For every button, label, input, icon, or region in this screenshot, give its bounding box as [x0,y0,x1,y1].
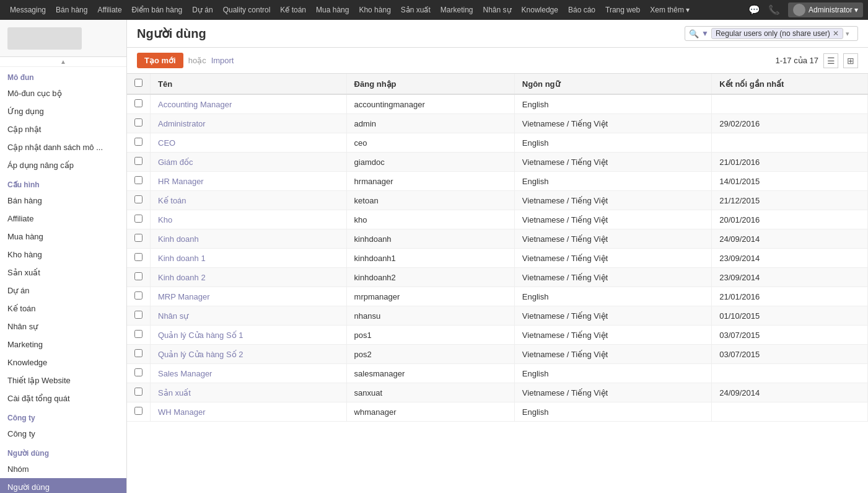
table-row[interactable]: Kho kho Vietnamese / Tiếng Việt 20/01/20… [127,210,868,229]
sidebar-item-affiliate[interactable]: Affiliate [0,210,126,228]
table-row[interactable]: Kế toán ketoan Vietnamese / Tiếng Việt 2… [127,191,868,210]
nav-bao-cao[interactable]: Báo cáo [563,0,600,20]
nav-kho-hang[interactable]: Kho hàng [354,0,395,20]
table-row[interactable]: Quản lý Cửa hàng Số 1 pos1 Vietnamese / … [127,326,868,345]
list-view-button[interactable]: ☰ [823,53,838,68]
nav-marketing[interactable]: Marketing [436,0,478,20]
nav-messaging[interactable]: Messaging [5,0,51,20]
row-name[interactable]: Kinh doanh [151,229,347,249]
nav-mua-hang[interactable]: Mua hàng [311,0,354,20]
row-checkbox[interactable] [127,383,151,402]
sidebar-item-du-an[interactable]: Dự án [0,282,126,300]
row-name[interactable]: Kinh doanh 1 [151,249,347,268]
row-checkbox[interactable] [127,94,151,114]
row-checkbox[interactable] [127,210,151,229]
row-login: kinhdoanh [346,229,514,249]
sidebar-item-ban-hang[interactable]: Bán hàng [0,192,126,210]
filter-tag[interactable]: Regular users only (no share user) ✕ [711,28,843,39]
row-checkbox[interactable] [127,268,151,287]
table-row[interactable]: Nhân sự nhansu Vietnamese / Tiếng Việt 0… [127,306,868,326]
row-name[interactable]: HR Manager [151,172,347,191]
row-name[interactable]: MRP Manager [151,287,347,306]
row-name[interactable]: Accounting Manager [151,94,347,114]
row-checkbox[interactable] [127,287,151,306]
sidebar-item-nhan-su[interactable]: Nhân sự [0,318,126,335]
sidebar-item-san-xuat[interactable]: Sản xuất [0,264,126,282]
row-checkbox[interactable] [127,326,151,345]
nav-xem-them[interactable]: Xem thêm ▾ [645,0,695,20]
sidebar-item-cong-ty[interactable]: Công ty [0,425,126,443]
nav-ke-toan[interactable]: Kế toán [275,0,311,20]
sidebar-item-ap-dung[interactable]: Áp dụng nâng cấp [0,156,126,174]
table-row[interactable]: Administrator admin Vietnamese / Tiếng V… [127,114,868,133]
sidebar-item-nguoi-dung[interactable]: Người dùng [0,478,126,493]
admin-menu[interactable]: Administrator ▾ [788,2,863,17]
nav-san-xuat[interactable]: Sản xuất [396,0,436,20]
row-checkbox[interactable] [127,345,151,364]
sidebar-item-nhom[interactable]: Nhóm [0,460,126,478]
table-row[interactable]: HR Manager hrmanager English 14/01/2015 [127,172,868,191]
sidebar-item-cai-dat[interactable]: Cài đặt tổng quát [0,389,126,407]
row-checkbox[interactable] [127,172,151,191]
kanban-view-button[interactable]: ⊞ [843,53,858,68]
table-row[interactable]: MRP Manager mrpmanager English 21/01/201… [127,287,868,306]
select-all-checkbox[interactable] [134,79,142,87]
chat-icon[interactable]: 💬 [746,1,763,19]
row-checkbox[interactable] [127,229,151,249]
table-row[interactable]: Giám đốc giamdoc Vietnamese / Tiếng Việt… [127,153,868,172]
create-button[interactable]: Tạo mới [137,53,183,68]
table-row[interactable]: Accounting Manager accountingmanager Eng… [127,94,868,114]
sidebar-item-cap-nhat[interactable]: Cập nhật [0,120,126,138]
row-name[interactable]: Nhân sự [151,306,347,326]
filter-tag-close-icon[interactable]: ✕ [833,29,839,38]
row-checkbox[interactable] [127,133,151,153]
row-name[interactable]: Sales Manager [151,364,347,383]
row-checkbox[interactable] [127,153,151,172]
search-dropdown-icon[interactable]: ▾ [846,30,849,38]
sidebar-item-cap-nhat-ds[interactable]: Cập nhật danh sách mô ... [0,138,126,156]
row-name[interactable]: Administrator [151,114,347,133]
table-row[interactable]: Sales Manager salesmanager English [127,364,868,383]
row-name[interactable]: Sản xuất [151,383,347,402]
phone-icon[interactable]: 📞 [766,1,783,19]
import-button[interactable]: Import [211,56,234,65]
nav-diem-ban-hang[interactable]: Điểm bán hàng [127,0,188,20]
table-row[interactable]: Quản lý Cửa hàng Số 2 pos2 Vietnamese / … [127,345,868,364]
nav-affiliate[interactable]: Affiliate [92,0,126,20]
nav-ban-hang[interactable]: Bán hàng [51,0,92,20]
row-checkbox[interactable] [127,114,151,133]
sidebar-item-mua-hang[interactable]: Mua hàng [0,228,126,246]
nav-nhan-su[interactable]: Nhân sự [478,0,517,20]
table-row[interactable]: Kinh doanh 1 kinhdoanh1 Vietnamese / Tiế… [127,249,868,268]
sidebar-item-ung-dung[interactable]: Ứng dụng [0,102,126,120]
row-name[interactable]: Kinh doanh 2 [151,268,347,287]
sidebar-item-thiet-lap-website[interactable]: Thiết lập Website [0,371,126,389]
row-name[interactable]: Quản lý Cửa hàng Số 1 [151,326,347,345]
table-row[interactable]: CEO ceo English [127,133,868,153]
row-checkbox[interactable] [127,402,151,422]
search-filter-bar[interactable]: 🔍 ▼ Regular users only (no share user) ✕… [685,26,858,41]
sidebar-item-ke-toan[interactable]: Kế toán [0,300,126,318]
nav-du-an[interactable]: Dự án [187,0,217,20]
row-checkbox[interactable] [127,249,151,268]
nav-knowledge[interactable]: Knowledge [517,0,563,20]
row-name[interactable]: Quản lý Cửa hàng Số 2 [151,345,347,364]
sidebar-item-mo-dun-cuc-bo[interactable]: Mô-đun cục bộ [0,84,126,102]
sidebar-item-kho-hang[interactable]: Kho hàng [0,246,126,264]
nav-quality-control[interactable]: Quality control [218,0,276,20]
sidebar-item-marketing[interactable]: Marketing [0,335,126,353]
sidebar-item-knowledge[interactable]: Knowledge [0,353,126,371]
row-checkbox[interactable] [127,306,151,326]
row-name[interactable]: Kho [151,210,347,229]
table-row[interactable]: Kinh doanh 2 kinhdoanh2 Vietnamese / Tiế… [127,268,868,287]
nav-trang-web[interactable]: Trang web [600,0,645,20]
row-checkbox[interactable] [127,364,151,383]
table-row[interactable]: WH Manager whmanager English [127,402,868,422]
row-name[interactable]: Kế toán [151,191,347,210]
table-row[interactable]: Kinh doanh kinhdoanh Vietnamese / Tiếng … [127,229,868,249]
row-name[interactable]: CEO [151,133,347,153]
row-checkbox[interactable] [127,191,151,210]
table-row[interactable]: Sản xuất sanxuat Vietnamese / Tiếng Việt… [127,383,868,402]
row-name[interactable]: WH Manager [151,402,347,422]
row-name[interactable]: Giám đốc [151,153,347,172]
